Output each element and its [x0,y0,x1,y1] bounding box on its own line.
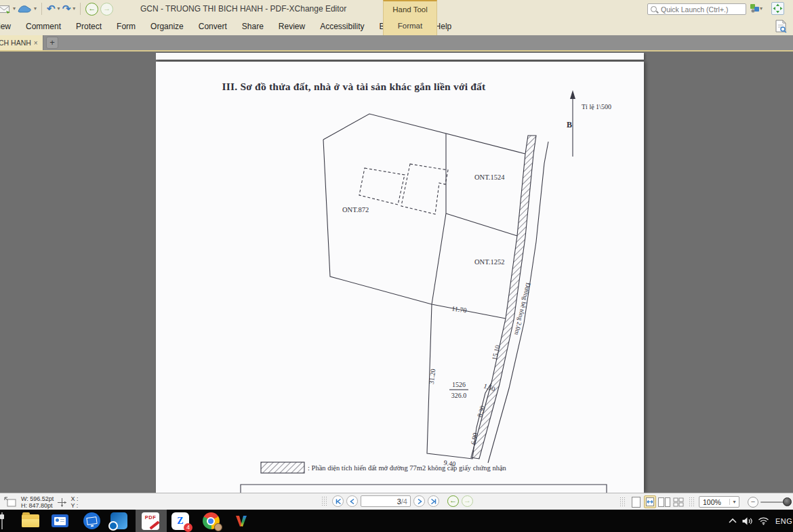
document-tab-active[interactable]: CH HANH × [0,35,43,50]
taskbar-contacts-app[interactable] [44,510,75,532]
tray-wifi-icon[interactable] [755,516,771,525]
tray-language-indicator[interactable]: ENG [775,517,792,525]
redo-icon[interactable]: ↷ [62,1,71,16]
single-page-view-button[interactable] [630,495,642,508]
last-page-button[interactable] [428,495,439,507]
north-label: B [567,120,572,129]
cursor-x-label: X : [70,495,78,502]
menu-review[interactable]: Review [271,18,312,35]
section-title: III. Sơ đồ thửa đất, nhà ở và tài sản kh… [222,81,486,92]
zoom-slider-knob[interactable] [783,497,792,506]
ui-options-caret[interactable]: ▾ [760,3,762,14]
menu-share[interactable]: Share [235,18,271,35]
ui-options-icon [750,3,760,14]
parcel-top-edges [323,114,525,154]
taskbar-v-app[interactable] [226,510,257,532]
new-tab-button[interactable]: + [46,37,58,49]
tray-volume-icon[interactable] [739,516,755,526]
previous-page-button[interactable] [346,495,358,507]
taskbar-pdf-xchange[interactable]: PDF [135,510,166,532]
zoom-dropdown-caret[interactable]: ▾ [729,499,739,505]
building-a [359,168,405,205]
menu-organize[interactable]: Organize [143,18,191,35]
quick-launch-input[interactable] [659,5,744,14]
ui-options-button[interactable]: ▾ [750,3,762,14]
toolbar-grip[interactable] [321,496,327,507]
taskbar-outlook[interactable] [103,510,134,532]
toolbar-separator [41,3,42,15]
email-icon[interactable] [0,1,11,16]
toolbar-grip[interactable] [689,497,695,508]
pdf-pencil-glyph [149,520,159,529]
fit-width-view-button[interactable] [644,495,656,508]
tray-show-hidden-icons[interactable] [727,517,739,525]
email-dropdown-caret[interactable]: ▾ [13,0,16,18]
divider-872 [432,134,446,304]
cadastral-diagram: III. Sơ đồ thửa đất, nhà ở và tài sản kh… [156,62,644,493]
window-title: GCN - TRUONG THI BICH HANH - PDF-XChange… [140,0,346,18]
stamp-dropdown-caret[interactable]: ▾ [34,0,37,18]
zoom-level-dropdown[interactable]: 100% ▾ [699,496,739,508]
two-page-view-button[interactable] [658,495,670,508]
file-explorer-icon [22,514,39,527]
page-width-label: W: 596.52pt [21,495,54,502]
windows-taskbar: PDF Z 4 ENG [0,510,793,532]
undo-dropdown-caret[interactable]: ▾ [58,0,60,18]
taskbar-file-explorer[interactable] [15,510,46,532]
north-arrow-head [570,90,575,99]
view-forward-button[interactable]: → [462,495,473,507]
legend-text: : Phần diện tích hiến đất mở đường 77m2 … [308,464,507,472]
history-forward-button[interactable]: → [100,3,113,16]
undo-icon[interactable]: ↶ [47,1,56,16]
page-height-label: H: 847.80pt [21,502,54,509]
page-number-input[interactable]: 3/4 [361,495,411,507]
dim-11-70: 11.70 [451,305,467,314]
parcel-label-1252: ONT.1252 [474,258,504,266]
pdf-xchange-icon: PDF [142,512,159,530]
menu-form[interactable]: Form [109,18,143,35]
tab-format[interactable]: Format [384,22,436,30]
redo-dropdown-caret[interactable]: ▾ [73,0,75,18]
fullscreen-button[interactable] [771,2,784,15]
fullscreen-icon [773,3,783,14]
toolbar-grip[interactable] [619,497,626,508]
outlook-icon [110,512,127,529]
lot-number: 1526 [452,381,466,388]
tab-hand-tool[interactable]: Hand Tool [384,5,436,14]
pdf-page: III. Sơ đồ thửa đất, nhà ở và tài sản kh… [156,62,644,493]
v-app-icon [233,513,249,529]
road-far-edge [488,142,548,463]
zoom-level-value: 100% [699,498,729,506]
status-bar: W: 596.52pt H: 847.80pt X : Y : 3/4 ← [0,493,793,510]
menu-comment[interactable]: Comment [18,18,68,35]
menu-protect[interactable]: Protect [68,18,109,35]
stamp-tool-icon[interactable] [18,1,32,16]
multi-page-view-button[interactable] [672,495,685,508]
history-back-button[interactable]: ← [85,3,98,16]
document-tab-bar: CH HANH × + [0,35,793,50]
first-page-button[interactable] [332,495,344,507]
menu-view[interactable]: iew [0,18,18,35]
chrome-profile-avatar [214,523,222,531]
toolbar-separator [80,3,81,15]
notification-badge: 4 [184,523,192,532]
taskbar-zalo[interactable]: Z 4 [165,510,196,532]
menu-accessibility[interactable]: Accessibility [312,18,371,35]
total-pages: /4 [401,497,407,506]
quick-launch-box[interactable] [647,3,746,15]
tab-close-icon[interactable]: × [34,39,38,47]
zalo-icon: Z 4 [171,512,189,530]
taskbar-edge-slider[interactable] [1,512,3,529]
page-size-icon [4,497,18,508]
cursor-position-icon [57,497,67,508]
zoom-out-button[interactable]: − [748,497,758,508]
next-page-button[interactable] [413,495,425,507]
taskbar-chrome[interactable] [195,510,226,532]
menu-convert[interactable]: Convert [191,18,235,35]
next-section-border [241,485,607,493]
view-back-button[interactable]: ← [447,495,459,507]
lot-area: 326.0 [451,392,467,399]
chrome-icon [203,512,220,529]
find-in-document-button[interactable] [775,20,788,36]
parcel-label-872: ONT.872 [342,206,369,213]
